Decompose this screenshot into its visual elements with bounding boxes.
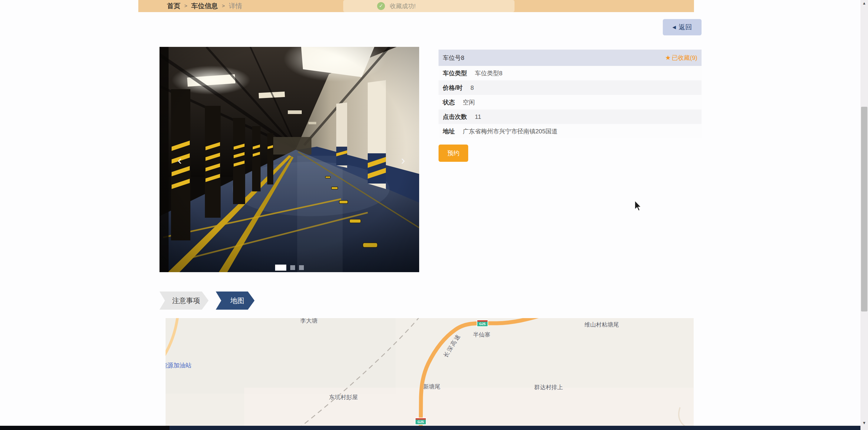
breadcrumb-separator: >	[222, 3, 225, 9]
highway-badge-g25: G25	[477, 320, 488, 327]
carousel-dot-3[interactable]	[299, 265, 304, 270]
scroll-down-icon[interactable]: ▼	[861, 420, 868, 426]
toast-message: 收藏成功!	[390, 2, 416, 10]
detail-row-status: 状态 空闲	[438, 95, 702, 109]
star-icon: ★	[665, 54, 671, 61]
carousel-next-icon[interactable]: ›	[398, 153, 408, 168]
back-arrow-icon: ◀	[673, 25, 676, 30]
map-place-label: 新塘尾	[423, 383, 440, 391]
detail-panel-header: 车位号8 ★ 已收藏(9)	[438, 49, 702, 66]
row-label: 地址	[443, 127, 455, 135]
map-view[interactable]: 李大塘 维山村粘塘尾 半仙寨 新塘尾 群达村排上 东坑村彭屋 长深高速 能源加油…	[165, 318, 694, 430]
map-gas-station-poi[interactable]: 能源加油站	[165, 361, 192, 369]
spot-title: 车位号8	[443, 54, 464, 62]
highway-badge-g25: G25	[415, 418, 427, 425]
breadcrumb-separator: >	[184, 3, 187, 9]
mouse-cursor	[634, 200, 643, 212]
row-label: 价格/时	[443, 84, 463, 92]
map-roads-layer	[165, 318, 694, 430]
carousel-prev-icon[interactable]: ‹	[175, 153, 185, 168]
row-label: 状态	[443, 98, 455, 106]
detail-row-type: 车位类型 车位类型8	[438, 66, 702, 80]
success-toast: ✓ 收藏成功!	[343, 0, 515, 12]
carousel-dot-2[interactable]	[290, 265, 295, 270]
detail-panel: 车位号8 ★ 已收藏(9) 车位类型 车位类型8 价格/时 8 状态 空闲 点击…	[438, 49, 702, 138]
favorited-button[interactable]: ★ 已收藏(9)	[665, 54, 697, 62]
carousel-dot-1[interactable]	[275, 265, 286, 271]
tab-map[interactable]: 地图	[216, 292, 254, 310]
map-place-label: 东坑村彭屋	[329, 393, 358, 401]
detail-row-clicks: 点击次数 11	[438, 109, 702, 124]
map-place-label: 群达村排上	[534, 384, 563, 391]
reserve-button[interactable]: 预约	[438, 144, 468, 162]
bottom-strip-left	[0, 426, 169, 430]
breadcrumb-parking-info[interactable]: 车位信息	[191, 1, 218, 10]
map-place-label: 李大塘	[300, 318, 317, 325]
detail-row-price: 价格/时 8	[438, 80, 702, 95]
back-button[interactable]: ◀ 返回	[663, 19, 702, 35]
map-place-label: 半仙寨	[473, 331, 490, 339]
photo-carousel: ‹ ›	[159, 47, 419, 272]
scroll-up-icon[interactable]: ▲	[861, 0, 868, 7]
tab-notes[interactable]: 注意事项	[159, 292, 209, 310]
row-value: 8	[471, 85, 474, 91]
row-value: 广东省梅州市兴宁市径南镇205国道	[463, 127, 557, 135]
row-value: 11	[475, 113, 481, 120]
scrollbar-thumb[interactable]	[861, 107, 867, 311]
back-button-label: 返回	[679, 23, 692, 32]
row-value: 车位类型8	[475, 69, 502, 77]
breadcrumb-detail: 详情	[229, 1, 242, 10]
detail-row-address: 地址 广东省梅州市兴宁市径南镇205国道	[438, 124, 702, 138]
check-circle-icon: ✓	[377, 2, 385, 10]
breadcrumb-home[interactable]: 首页	[167, 1, 180, 10]
map-place-label: 维山村粘塘尾	[584, 321, 619, 329]
row-value: 空闲	[463, 98, 475, 106]
carousel-indicators	[159, 265, 419, 271]
row-label: 点击次数	[443, 113, 467, 121]
favorited-label: 已收藏(9)	[672, 54, 697, 62]
parking-garage-photo	[159, 47, 419, 272]
bottom-taskbar-strip	[0, 426, 868, 430]
row-label: 车位类型	[443, 69, 467, 77]
bottom-strip-right	[169, 426, 868, 430]
